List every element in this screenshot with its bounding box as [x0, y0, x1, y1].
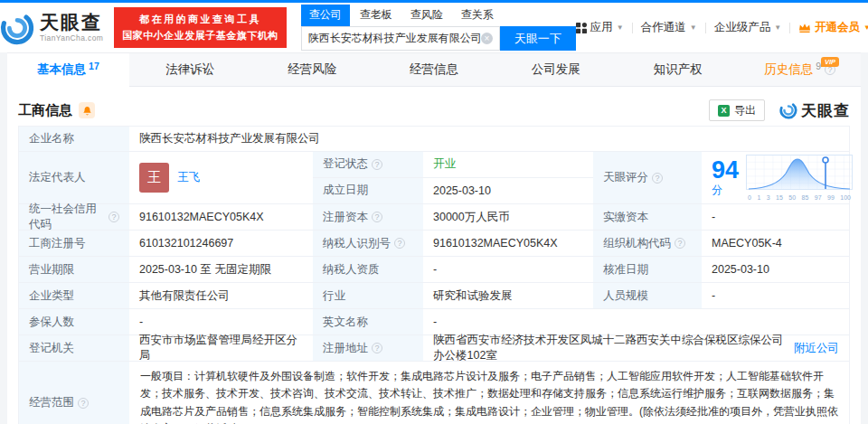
- nav-enterprise-products[interactable]: 企业级产品 ▼: [714, 20, 781, 35]
- field-label: 纳税人识别号?: [313, 231, 423, 256]
- logo-swirl-icon: [779, 101, 797, 119]
- chevron-down-icon: ▼: [774, 24, 781, 32]
- nav-partner-label: 合作通道: [641, 20, 686, 35]
- nav-open-vip[interactable]: 开通会员 ▼: [798, 20, 868, 35]
- tianyancha-logo[interactable]: 天眼查 TianYanCha.com: [0, 11, 103, 45]
- export-button[interactable]: X 导出: [709, 99, 765, 121]
- reg-authority-value: 西安市市场监督管理局经开区分局: [129, 335, 313, 361]
- nav-divider: [632, 23, 633, 33]
- help-icon[interactable]: ?: [108, 212, 119, 222]
- company-type-value: 其他有限责任公司: [129, 283, 313, 308]
- chevron-down-icon: ▼: [617, 24, 624, 32]
- nav-partner-channel[interactable]: 合作通道 ▼: [641, 20, 697, 35]
- tab-legal-litigation[interactable]: 法律诉讼: [129, 53, 251, 86]
- watermark-logo: 天眼查: [779, 100, 850, 121]
- tab-operation-info[interactable]: 经营信息: [373, 53, 495, 86]
- help-icon[interactable]: ?: [372, 212, 382, 222]
- search-query-text: 陕西长安芯材科技产业发展有限公司: [308, 31, 481, 46]
- establish-date-value: 2025-03-10: [423, 178, 593, 203]
- nearby-companies-link[interactable]: 附近公司: [794, 341, 839, 356]
- search-tab-company[interactable]: 查公司: [301, 5, 350, 26]
- table-row: 经营范围? 一般项目：计算机软硬件及外围设备制造；软件开发；集成电路芯片设计及服…: [19, 362, 849, 424]
- help-icon[interactable]: ?: [78, 398, 89, 409]
- logo-text: 天眼查 TianYanCha.com: [40, 13, 103, 42]
- search-tab-boss[interactable]: 查老板: [352, 5, 401, 26]
- company-name-value: 陕西长安芯材科技产业发展有限公司: [129, 127, 849, 151]
- search-input[interactable]: 陕西长安芯材科技产业发展有限公司 ×: [301, 26, 500, 51]
- export-label: 导出: [734, 103, 756, 118]
- legal-rep-cell: 王 王飞: [129, 152, 313, 203]
- brand-name: 天眼查: [40, 13, 103, 33]
- avatar[interactable]: 王: [139, 163, 169, 193]
- brand-domain: TianYanCha.com: [40, 33, 103, 42]
- tab-label: 公司发展: [532, 61, 580, 78]
- table-row: 企业类型 其他有限责任公司 行业 研究和试验发展 人员规模 -: [19, 283, 849, 309]
- tab-intellectual-property[interactable]: 知识产权: [617, 53, 739, 86]
- tab-history-info[interactable]: VIP 历史信息 9 ?: [739, 53, 861, 86]
- nav-vip-label: 开通会员: [815, 20, 860, 35]
- field-label: 注册资本?: [313, 204, 423, 230]
- help-icon[interactable]: ?: [675, 238, 685, 249]
- insured-count-value: -: [129, 309, 313, 334]
- field-label: 登记机关: [19, 335, 129, 361]
- nav-apps[interactable]: 应用 ▼: [576, 20, 624, 35]
- table-row: 工商注册号 610132101246697 纳税人识别号? 91610132MA…: [19, 231, 849, 257]
- field-label: 英文名称: [313, 309, 423, 334]
- chevron-down-icon: ▼: [690, 24, 697, 32]
- field-label: 纳税人资质: [313, 257, 423, 282]
- page-tabbar: 基本信息 17 法律诉讼 经营风险 经营信息 公司发展 知识产权 VIP 历史信…: [7, 52, 861, 87]
- approval-date-value: 2025-03-10: [702, 257, 849, 282]
- section-header: 工商信息 X 导出 天眼查: [18, 95, 850, 126]
- tab-count: 9: [816, 61, 821, 71]
- help-icon[interactable]: ?: [372, 343, 382, 353]
- paid-capital-value: -: [702, 204, 849, 230]
- basic-info-content: 工商信息 X 导出 天眼查: [7, 87, 861, 424]
- apps-grid-icon: [576, 23, 587, 33]
- score-distribution-chart: 0131550859799100: [746, 155, 853, 201]
- chevron-down-icon: ▼: [863, 24, 868, 32]
- uscc-value: 91610132MAECY05K4X: [129, 204, 313, 230]
- reg-status-value: 开业: [423, 152, 593, 177]
- field-label: 登记状态?: [313, 152, 423, 177]
- tab-basic-info[interactable]: 基本信息 17: [7, 53, 129, 87]
- english-name-value: -: [423, 309, 849, 334]
- tab-label: 经营风险: [288, 61, 336, 78]
- field-label: 注册地址?: [313, 335, 423, 361]
- help-icon[interactable]: ?: [652, 173, 663, 184]
- table-row: 法定代表人 王 王飞 登记状态? 开业 成立日期 2025-03-10: [19, 152, 849, 204]
- tab-label: 知识产权: [654, 61, 703, 78]
- table-row: 统一社会信用代码? 91610132MAECY05K4X 注册资本? 30000…: [19, 204, 849, 231]
- section-title: 工商信息: [18, 102, 72, 119]
- business-term-value: 2025-03-10 至 无固定期限: [129, 257, 313, 282]
- search-button[interactable]: 天眼一下: [500, 26, 576, 51]
- search-tabs: 查公司 查老板 查风险 查关系: [301, 5, 576, 26]
- tab-label: 法律诉讼: [165, 61, 214, 78]
- watermark-text: 天眼查: [801, 100, 850, 121]
- tab-company-development[interactable]: 公司发展: [495, 53, 617, 86]
- help-icon[interactable]: ?: [372, 159, 382, 170]
- business-scope-value: 一般项目：计算机软硬件及外围设备制造；软件开发；集成电路芯片设计及服务；电子产品…: [129, 362, 849, 424]
- nav-enterprise-label: 企业级产品: [714, 20, 771, 35]
- excel-icon: X: [718, 105, 730, 117]
- field-label: 营业期限: [19, 257, 129, 282]
- legal-rep-link[interactable]: 王飞: [177, 170, 200, 185]
- search-tab-relation[interactable]: 查关系: [453, 5, 502, 26]
- table-row: 参保人数 - 英文名称 -: [19, 309, 849, 335]
- promo-banner: 都在用的商业查询工具 国家中小企业发展子基金旗下机构: [114, 7, 287, 47]
- vip-badge: VIP: [821, 57, 839, 67]
- subscribe-alert-icon[interactable]: [79, 102, 95, 118]
- top-nav: 应用 ▼ 合作通道 ▼ 企业级产品 ▼ 开通会员 ▼: [576, 20, 868, 35]
- org-code-value: MAECY05K-4: [702, 231, 849, 256]
- reg-address-value: 陕西省西安市经济技术开发区凤城十二路西安关中综合保税区综保公司办公楼102室: [433, 333, 787, 363]
- search-tab-risk[interactable]: 查风险: [402, 5, 451, 26]
- field-label: 工商注册号: [19, 231, 129, 256]
- score-unit: 分: [712, 184, 722, 196]
- clear-icon[interactable]: ×: [481, 33, 493, 44]
- reg-capital-value: 30000万人民币: [423, 204, 593, 230]
- tab-operation-risk[interactable]: 经营风险: [251, 53, 373, 86]
- field-label: 行业: [313, 283, 423, 308]
- field-label: 成立日期: [313, 178, 423, 203]
- promo-line-2: 国家中小企业发展子基金旗下机构: [122, 28, 278, 43]
- field-label: 天眼评分?: [593, 152, 702, 203]
- help-icon[interactable]: ?: [394, 238, 405, 249]
